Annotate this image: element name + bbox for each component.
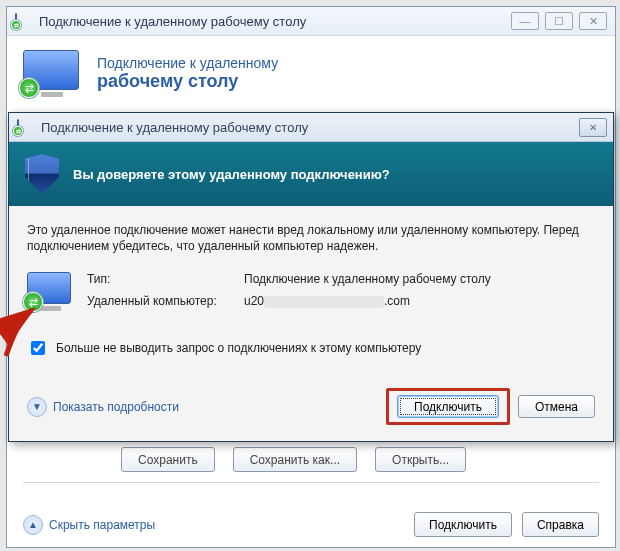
connect-button[interactable]: Подключить (397, 395, 499, 418)
app-icon: ⇄ (15, 13, 31, 29)
chevron-down-icon: ▼ (27, 397, 47, 417)
hero-line1: Подключение к удаленному (97, 55, 278, 71)
save-button[interactable]: Сохранить (121, 447, 215, 472)
dialog-banner: Вы доверяете этому удаленному подключени… (9, 142, 613, 206)
monitor-icon-small: ⇄ (27, 272, 73, 310)
type-label: Тип: (87, 272, 232, 286)
save-as-button[interactable]: Сохранить как... (233, 447, 357, 472)
dialog-app-icon: ⇄ (17, 119, 33, 135)
parent-title: Подключение к удаленному рабочему столу (39, 14, 306, 29)
close-icon[interactable]: ✕ (579, 12, 607, 30)
show-details-label: Показать подробности (53, 400, 179, 414)
open-button[interactable]: Открыть... (375, 447, 466, 472)
dialog-question: Вы доверяете этому удаленному подключени… (73, 167, 390, 182)
hide-params-label: Скрыть параметры (49, 518, 155, 532)
connect-highlight-box: Подключить (386, 388, 510, 425)
type-value: Подключение к удаленному рабочему столу (244, 272, 595, 286)
cancel-button[interactable]: Отмена (518, 395, 595, 418)
dont-ask-label: Больше не выводить запрос о подключениях… (56, 341, 421, 355)
minimize-icon[interactable]: — (511, 12, 539, 30)
redacted-host (264, 296, 384, 308)
parent-button-row: Сохранить Сохранить как... Открыть... (23, 436, 599, 483)
dialog-description: Это удаленное подключение может нанести … (27, 222, 595, 254)
dialog-titlebar: ⇄ Подключение к удаленному рабочему стол… (9, 113, 613, 142)
dont-ask-checkbox[interactable] (31, 341, 45, 355)
dialog-title: Подключение к удаленному рабочему столу (41, 120, 308, 135)
shield-icon (25, 154, 59, 194)
trust-dialog: ⇄ Подключение к удаленному рабочему стол… (8, 112, 614, 442)
chevron-up-icon: ▲ (23, 515, 43, 535)
host-value: u20.com (244, 294, 595, 308)
help-button[interactable]: Справка (522, 512, 599, 537)
monitor-icon: ⇄ (23, 50, 81, 96)
maximize-icon[interactable]: ☐ (545, 12, 573, 30)
dialog-close-button[interactable]: ✕ (579, 118, 607, 137)
parent-footer: ▲ Скрыть параметры Подключить Справка (23, 512, 599, 537)
parent-connect-button[interactable]: Подключить (414, 512, 512, 537)
host-label: Удаленный компьютер: (87, 294, 232, 308)
show-details-expander[interactable]: ▼ Показать подробности (27, 397, 179, 417)
hero: ⇄ Подключение к удаленному рабочему стол… (23, 50, 599, 96)
parent-titlebar: ⇄ Подключение к удаленному рабочему стол… (7, 7, 615, 36)
hero-line2: рабочему столу (97, 71, 278, 92)
hide-params-expander[interactable]: ▲ Скрыть параметры (23, 515, 155, 535)
